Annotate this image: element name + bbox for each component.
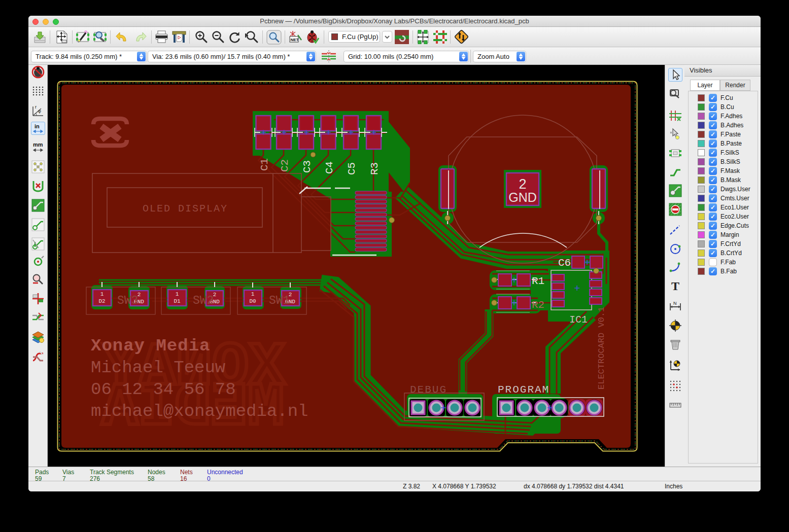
svg-text:R2: R2	[532, 299, 544, 311]
svg-text:φ: φ	[38, 109, 41, 114]
svg-text:SW2: SW2	[193, 294, 214, 307]
svg-text:DEBUG: DEBUG	[410, 384, 447, 396]
svg-text:PROGRAM: PROGRAM	[498, 384, 550, 396]
svg-text:mm: mm	[33, 141, 43, 148]
svg-text:D2: D2	[98, 298, 105, 304]
svg-text:in: in	[35, 123, 40, 129]
svg-text:Xonay Media: Xonay Media	[91, 336, 210, 356]
svg-text:R3: R3	[369, 162, 381, 175]
svg-text:OLED DISPLAY: OLED DISPLAY	[143, 203, 228, 215]
svg-text:06 12 34 56 78: 06 12 34 56 78	[91, 380, 236, 399]
svg-text:2: 2	[519, 176, 526, 192]
svg-text:ELECTROCARD V0.1: ELECTROCARD V0.1	[597, 307, 606, 389]
svg-text:T: T	[671, 279, 679, 293]
svg-text:C6: C6	[558, 257, 571, 269]
svg-text:C3: C3	[301, 160, 313, 173]
svg-text:IC1: IC1	[569, 314, 588, 326]
svg-text:1: 1	[100, 291, 104, 297]
svg-text:C1: C1	[259, 158, 270, 171]
svg-text:C5: C5	[346, 162, 358, 175]
svg-text:1: 1	[176, 291, 179, 297]
svg-text:1: 1	[251, 291, 255, 297]
svg-text:D0: D0	[249, 298, 256, 304]
svg-text:SW3: SW3	[117, 294, 138, 307]
svg-text:NET: NET	[291, 38, 299, 42]
svg-text:GND: GND	[508, 190, 537, 204]
svg-text:michael@xonaymedia.nl: michael@xonaymedia.nl	[91, 402, 308, 421]
svg-text:C2: C2	[279, 159, 291, 172]
svg-text:r: r	[35, 104, 37, 110]
svg-text:R1: R1	[532, 275, 544, 287]
svg-text:C4: C4	[324, 161, 335, 174]
svg-text:SW1: SW1	[269, 294, 290, 307]
svg-text:Michael Teeuw: Michael Teeuw	[91, 358, 226, 377]
svg-text:D1: D1	[174, 298, 181, 304]
svg-text:N: N	[673, 301, 677, 306]
